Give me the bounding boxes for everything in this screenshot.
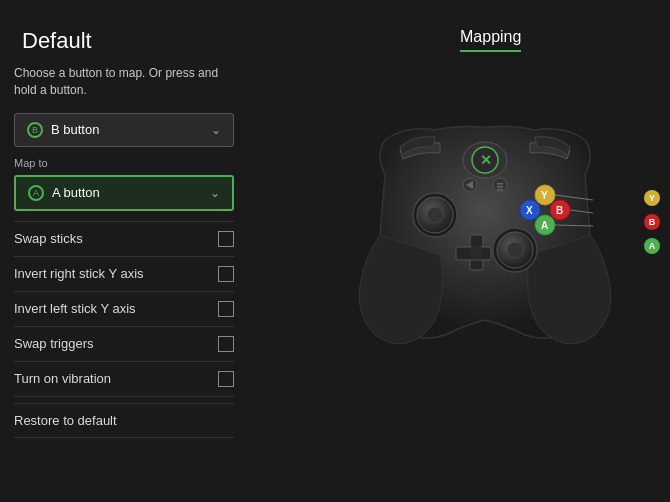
invert-left-stick-checkbox[interactable] bbox=[218, 301, 234, 317]
page-title: Default bbox=[22, 28, 92, 54]
instruction-text: Choose a button to map. Or press and hol… bbox=[14, 65, 234, 99]
vibration-label: Turn on vibration bbox=[14, 371, 111, 386]
b-badge: B bbox=[644, 214, 660, 230]
svg-point-11 bbox=[470, 246, 484, 260]
toggle-vibration[interactable]: Turn on vibration bbox=[14, 361, 234, 397]
y-badge: Y bbox=[644, 190, 660, 206]
svg-point-5 bbox=[427, 207, 443, 223]
toggle-list: Swap sticks Invert right stick Y axis In… bbox=[14, 221, 234, 397]
legend-a: A bbox=[644, 238, 660, 254]
chevron-down-icon: ⌄ bbox=[211, 123, 221, 137]
tab-mapping[interactable]: Mapping bbox=[460, 28, 521, 52]
map-to-label: Map to bbox=[14, 157, 234, 169]
b-button-icon: B bbox=[27, 122, 43, 138]
svg-text:B: B bbox=[556, 205, 563, 216]
vibration-checkbox[interactable] bbox=[218, 371, 234, 387]
svg-rect-21 bbox=[497, 183, 503, 185]
invert-right-stick-label: Invert right stick Y axis bbox=[14, 266, 144, 281]
toggle-swap-triggers[interactable]: Swap triggers bbox=[14, 326, 234, 361]
svg-text:Y: Y bbox=[541, 190, 548, 201]
a-button-icon: A bbox=[28, 185, 44, 201]
button-select-dropdown[interactable]: B B button ⌄ bbox=[14, 113, 234, 147]
legend-b: B bbox=[644, 214, 660, 230]
left-panel: Choose a button to map. Or press and hol… bbox=[14, 65, 234, 438]
controller-area: ✕ Y B X A bbox=[300, 80, 670, 460]
button-legend: Y B A bbox=[644, 190, 660, 254]
swap-sticks-checkbox[interactable] bbox=[218, 231, 234, 247]
toggle-invert-left-stick[interactable]: Invert left stick Y axis bbox=[14, 291, 234, 326]
svg-rect-23 bbox=[497, 189, 503, 191]
swap-triggers-label: Swap triggers bbox=[14, 336, 93, 351]
svg-text:✕: ✕ bbox=[480, 152, 492, 168]
swap-triggers-checkbox[interactable] bbox=[218, 336, 234, 352]
svg-text:A: A bbox=[541, 220, 548, 231]
map-to-label-text: A button bbox=[52, 185, 210, 200]
svg-rect-22 bbox=[497, 186, 503, 188]
toggle-invert-right-stick[interactable]: Invert right stick Y axis bbox=[14, 256, 234, 291]
swap-sticks-label: Swap sticks bbox=[14, 231, 83, 246]
svg-point-8 bbox=[507, 242, 523, 258]
invert-left-stick-label: Invert left stick Y axis bbox=[14, 301, 136, 316]
controller-image: ✕ Y B X A bbox=[325, 80, 645, 380]
button-select-label: B button bbox=[51, 122, 211, 137]
invert-right-stick-checkbox[interactable] bbox=[218, 266, 234, 282]
restore-default-button[interactable]: Restore to default bbox=[14, 403, 234, 438]
svg-text:X: X bbox=[526, 205, 533, 216]
toggle-swap-sticks[interactable]: Swap sticks bbox=[14, 221, 234, 256]
chevron-down-icon-2: ⌄ bbox=[210, 186, 220, 200]
legend-y: Y bbox=[644, 190, 660, 206]
map-to-dropdown[interactable]: A A button ⌄ bbox=[14, 175, 234, 211]
a-badge: A bbox=[644, 238, 660, 254]
